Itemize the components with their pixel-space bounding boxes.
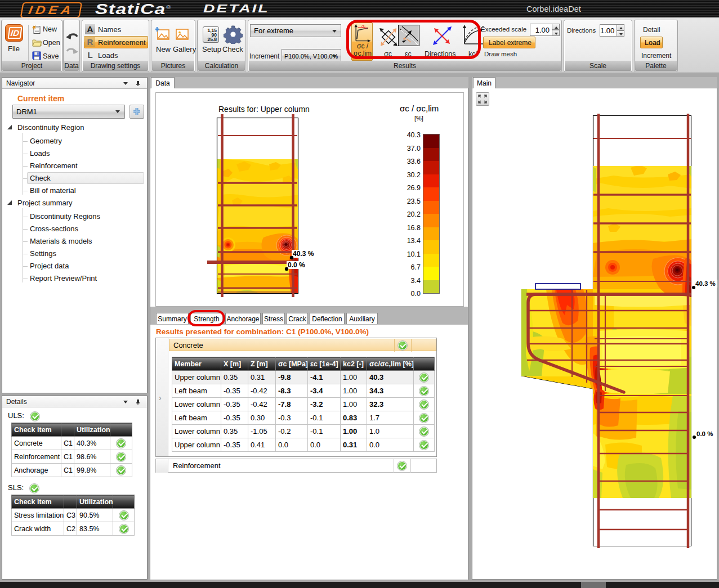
svg-text:40.3 %: 40.3 % xyxy=(695,280,716,287)
svg-text:0.0 %: 0.0 % xyxy=(288,261,305,269)
svg-text:0.0 %: 0.0 % xyxy=(696,430,713,437)
svg-text:40.3 %: 40.3 % xyxy=(293,250,314,258)
